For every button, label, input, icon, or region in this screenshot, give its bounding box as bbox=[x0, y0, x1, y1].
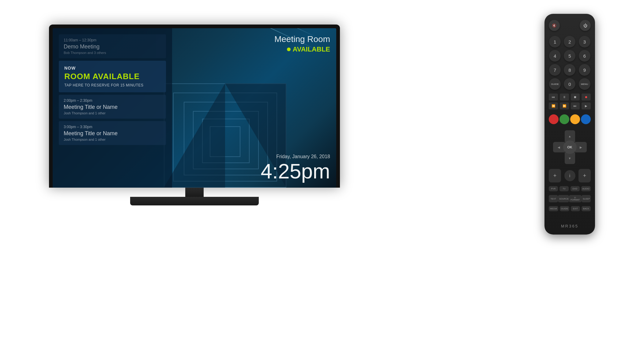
exit-button[interactable]: EXIT bbox=[571, 206, 580, 211]
vformat-button[interactable]: V-FORMAT bbox=[569, 195, 582, 202]
dvd-button[interactable]: DVD bbox=[571, 186, 580, 191]
yellow-button[interactable] bbox=[570, 114, 580, 124]
text-button[interactable]: TEXT bbox=[549, 195, 558, 202]
skip-forward-button[interactable]: ⏭ bbox=[571, 102, 580, 109]
record-button[interactable]: ⏺ bbox=[582, 94, 591, 101]
play-button[interactable]: ▶ bbox=[582, 102, 591, 109]
num-8-button[interactable]: 8 bbox=[564, 64, 575, 76]
prev-meeting-time: 11:00am – 12:30pm bbox=[64, 38, 161, 42]
tv-display: 11:00am – 12:30pm Demo Meeting Bob Thomp… bbox=[49, 25, 340, 205]
mute-button[interactable]: 🔇 bbox=[549, 20, 560, 31]
guide-btn2[interactable]: GUIDE bbox=[560, 206, 569, 211]
tv-stand-base bbox=[130, 197, 259, 205]
volume-up-button[interactable]: + bbox=[578, 169, 591, 182]
num-0-button[interactable]: 0 bbox=[564, 78, 575, 90]
fast-forward-button[interactable]: ⏩ bbox=[560, 102, 569, 109]
info-button[interactable]: i bbox=[564, 170, 575, 181]
tri-left bbox=[164, 83, 225, 188]
future-meeting-2-attendees: Josh Thompson and 1 other bbox=[64, 138, 161, 141]
function-row-2: TEXT SOURCE V-FORMAT SLEEP bbox=[549, 195, 591, 202]
remote-control: 🔇 ⏻ 1 2 3 4 5 6 7 8 9 GUIDE 0 MENU ⏮ ⏸ ⏹… bbox=[544, 14, 595, 235]
room-info-panel: Meeting Room AVAILABLE bbox=[274, 34, 330, 53]
tv-stand-neck bbox=[185, 188, 204, 197]
ok-button[interactable]: OK bbox=[563, 140, 577, 154]
stop-button[interactable]: ⏹ bbox=[571, 94, 580, 101]
rewind-button[interactable]: ⏪ bbox=[549, 102, 558, 109]
power-button[interactable]: ⏻ bbox=[580, 20, 591, 31]
availability-badge: AVAILABLE bbox=[274, 45, 330, 53]
future-meeting-1-attendees: Josh Thompson and 1 other bbox=[64, 111, 161, 115]
green-button[interactable] bbox=[559, 114, 569, 124]
room-name-label: Meeting Room bbox=[274, 34, 330, 44]
remote-numpad: 1 2 3 4 5 6 7 8 9 GUIDE 0 MENU bbox=[549, 36, 591, 90]
menu-button[interactable]: MENU bbox=[579, 78, 590, 90]
audio-button[interactable]: AUDIO bbox=[581, 186, 591, 191]
remote-top-row: 🔇 ⏻ bbox=[549, 20, 591, 31]
time-display: 4:25pm bbox=[261, 161, 330, 182]
tap-to-reserve-cta: TAP HERE TO RESERVE FOR 15 MINUTES bbox=[64, 83, 160, 87]
now-available-block[interactable]: NOW ROOM AVAILABLE TAP HERE TO RESERVE F… bbox=[59, 61, 166, 92]
schedule-panel: 11:00am – 12:30pm Demo Meeting Bob Thomp… bbox=[53, 28, 172, 188]
remote-brand-label: MR365 bbox=[561, 224, 578, 228]
num-9-button[interactable]: 9 bbox=[579, 64, 590, 76]
transport-controls: ⏮ ⏸ ⏹ ⏺ ⏪ ⏩ ⏭ ▶ bbox=[549, 94, 591, 109]
num-2-button[interactable]: 2 bbox=[564, 36, 575, 48]
back-button[interactable]: BACK bbox=[582, 206, 591, 211]
skip-back-button[interactable]: ⏮ bbox=[549, 94, 558, 101]
previous-meeting: 11:00am – 12:30pm Demo Meeting Bob Thomp… bbox=[59, 34, 166, 58]
color-buttons bbox=[549, 113, 591, 125]
red-button[interactable] bbox=[549, 114, 559, 124]
tv-screen-wrapper: 11:00am – 12:30pm Demo Meeting Bob Thomp… bbox=[49, 25, 340, 188]
num-5-button[interactable]: 5 bbox=[564, 50, 575, 62]
volume-down-button[interactable]: + bbox=[549, 169, 561, 182]
tv-screen: 11:00am – 12:30pm Demo Meeting Bob Thomp… bbox=[53, 28, 336, 188]
future-meeting-1: 2:00pm – 2:30pm Meeting Title or Name Jo… bbox=[59, 95, 166, 119]
pvr-button[interactable]: PVR bbox=[549, 186, 558, 191]
pause-button[interactable]: ⏸ bbox=[560, 94, 569, 101]
prev-meeting-title: Demo Meeting bbox=[64, 44, 161, 50]
num-1-button[interactable]: 1 bbox=[549, 36, 561, 48]
media-button[interactable]: MEDIA bbox=[549, 206, 558, 211]
datetime-panel: Friday, January 26, 2018 4:25pm bbox=[261, 154, 330, 182]
guide-button[interactable]: GUIDE bbox=[549, 78, 561, 90]
now-label: NOW bbox=[64, 66, 160, 71]
future-meeting-2-title: Meeting Title or Name bbox=[64, 130, 161, 137]
date-display: Friday, January 26, 2018 bbox=[261, 154, 330, 159]
tv-button[interactable]: TV bbox=[559, 186, 569, 191]
dpad: ▲ ▼ ◀ ▶ OK bbox=[553, 130, 587, 164]
future-meeting-1-title: Meeting Title or Name bbox=[64, 104, 161, 110]
num-7-button[interactable]: 7 bbox=[549, 64, 561, 76]
room-available-status: ROOM AVAILABLE bbox=[64, 72, 160, 81]
available-text: AVAILABLE bbox=[292, 45, 330, 53]
function-row-3: MEDIA GUIDE EXIT BACK bbox=[549, 206, 591, 211]
available-dot-icon bbox=[287, 48, 291, 51]
dpad-down-button[interactable]: ▼ bbox=[565, 152, 575, 164]
source-button[interactable]: SOURCE bbox=[558, 195, 569, 202]
future-meeting-1-time: 2:00pm – 2:30pm bbox=[64, 98, 161, 103]
blue-button[interactable] bbox=[581, 114, 591, 124]
sleep-button[interactable]: SLEEP bbox=[582, 195, 591, 202]
volume-row: + i + bbox=[549, 169, 591, 182]
future-meeting-2: 3:00pm – 3:30pm Meeting Title or Name Jo… bbox=[59, 121, 166, 145]
dpad-right-button[interactable]: ▶ bbox=[575, 142, 587, 152]
prev-meeting-attendees: Bob Thompson and 3 others bbox=[64, 51, 161, 55]
function-row-1: PVR TV DVD AUDIO bbox=[549, 186, 591, 191]
future-meeting-2-time: 3:00pm – 3:30pm bbox=[64, 125, 161, 129]
num-3-button[interactable]: 3 bbox=[579, 36, 590, 48]
num-6-button[interactable]: 6 bbox=[579, 50, 590, 62]
num-4-button[interactable]: 4 bbox=[549, 50, 561, 62]
